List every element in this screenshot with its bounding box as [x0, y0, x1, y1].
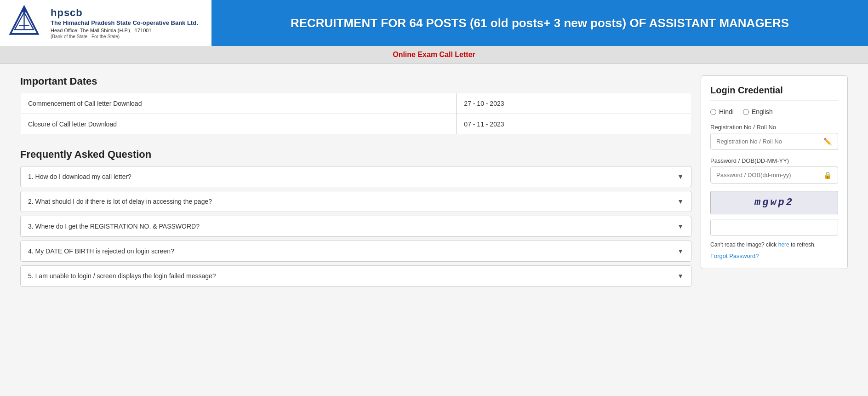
faq-question[interactable]: 4. My DATE OF BIRTH is rejected on login… — [21, 241, 691, 261]
english-radio[interactable] — [743, 109, 749, 115]
bank-address: Head Office: The Mall Shimla (H.P.) - 17… — [51, 28, 198, 33]
password-input-wrapper: 🔒 — [710, 166, 838, 184]
language-selection: Hindi English — [710, 108, 838, 115]
date-value: 27 - 10 - 2023 — [457, 93, 691, 114]
password-label: Password / DOB(DD-MM-YY) — [710, 157, 838, 164]
date-label: Commencement of Call letter Download — [21, 93, 457, 114]
faq-question[interactable]: 5. I am unable to login / screen display… — [21, 266, 691, 286]
bank-full-name: The Himachal Pradesh State Co-operative … — [51, 19, 198, 27]
main-content-area: Important Dates Commencement of Call let… — [6, 64, 862, 302]
important-dates-title: Important Dates — [20, 75, 691, 87]
faq-question-text: 1. How do I download my call letter? — [28, 173, 131, 180]
english-option[interactable]: English — [743, 108, 773, 115]
login-card: Login Credential Hindi English Registrat… — [701, 75, 848, 269]
sub-header-text: Online Exam Call Letter — [393, 51, 475, 58]
brand-name: hpscb — [51, 7, 198, 19]
hindi-radio[interactable] — [710, 109, 716, 115]
logo-section: hpscb The Himachal Pradesh State Co-oper… — [0, 0, 211, 46]
faq-question-text: 2. What should I do if there is lot of d… — [28, 198, 212, 205]
faq-question-text: 4. My DATE OF BIRTH is rejected on login… — [28, 247, 174, 255]
page-header: hpscb The Himachal Pradesh State Co-oper… — [0, 0, 868, 46]
reg-input[interactable] — [711, 133, 818, 149]
faq-question-text: 5. I am unable to login / screen display… — [28, 272, 216, 280]
faq-question[interactable]: 2. What should I do if there is lot of d… — [21, 191, 691, 212]
hindi-label: Hindi — [719, 108, 734, 115]
faq-question-text: 3. Where do I get the REGISTRATION NO. &… — [28, 223, 200, 230]
faq-question[interactable]: 3. Where do I get the REGISTRATION NO. &… — [21, 216, 691, 236]
faq-item[interactable]: 5. I am unable to login / screen display… — [20, 265, 691, 287]
captcha-text: mgwp2 — [754, 197, 794, 208]
sub-header-bar: Online Exam Call Letter — [0, 46, 868, 64]
english-label: English — [752, 108, 773, 115]
refresh-label: Can't read the image? click — [710, 241, 777, 248]
captcha-image: mgwp2 — [710, 191, 838, 214]
faq-section-title: Frequently Asked Question — [20, 149, 691, 161]
refresh-link[interactable]: here — [778, 241, 789, 248]
date-label: Closure of Call letter Download — [21, 114, 457, 135]
refresh-text-area: Can't read the image? click here to refr… — [710, 241, 838, 249]
faq-expand-icon: ▼ — [677, 247, 684, 255]
faq-item[interactable]: 2. What should I do if there is lot of d… — [20, 191, 691, 212]
faq-item[interactable]: 4. My DATE OF BIRTH is rejected on login… — [20, 241, 691, 262]
forgot-password-link[interactable]: Forgot Password? — [710, 253, 838, 259]
bank-logo — [7, 5, 44, 41]
login-title: Login Credential — [710, 85, 838, 101]
header-title-area: RECRUITMENT FOR 64 POSTS (61 old posts+ … — [211, 0, 868, 46]
hindi-option[interactable]: Hindi — [710, 108, 734, 115]
refresh-suffix: to refresh. — [791, 241, 816, 248]
password-field-group: Password / DOB(DD-MM-YY) 🔒 — [710, 157, 838, 184]
bank-tagline: (Bank of the State - For the State) — [51, 34, 198, 39]
faq-item[interactable]: 1. How do I download my call letter?▼ — [20, 166, 691, 187]
lock-icon: 🔒 — [818, 171, 838, 179]
password-input[interactable] — [711, 167, 818, 183]
edit-icon: ✏️ — [818, 138, 838, 146]
faq-expand-icon: ▼ — [677, 223, 684, 230]
faq-expand-icon: ▼ — [677, 173, 684, 180]
page-main-title: RECRUITMENT FOR 64 POSTS (61 old posts+ … — [291, 15, 789, 31]
faq-expand-icon: ▼ — [677, 198, 684, 205]
faq-question[interactable]: 1. How do I download my call letter?▼ — [21, 166, 691, 187]
date-value: 07 - 11 - 2023 — [457, 114, 691, 135]
reg-input-wrapper: ✏️ — [710, 133, 838, 150]
faq-expand-icon: ▼ — [677, 272, 684, 280]
faq-item[interactable]: 3. Where do I get the REGISTRATION NO. &… — [20, 216, 691, 237]
captcha-input-wrapper — [710, 219, 838, 236]
right-panel: Login Credential Hindi English Registrat… — [701, 75, 848, 290]
captcha-input[interactable] — [711, 219, 838, 235]
registration-field-group: Registration No / Roll No ✏️ — [710, 124, 838, 150]
faq-container: 1. How do I download my call letter?▼2. … — [20, 166, 691, 287]
logo-text-block: hpscb The Himachal Pradesh State Co-oper… — [51, 7, 198, 39]
left-panel: Important Dates Commencement of Call let… — [20, 75, 691, 290]
reg-label: Registration No / Roll No — [710, 124, 838, 131]
important-dates-table: Commencement of Call letter Download27 -… — [20, 93, 691, 135]
